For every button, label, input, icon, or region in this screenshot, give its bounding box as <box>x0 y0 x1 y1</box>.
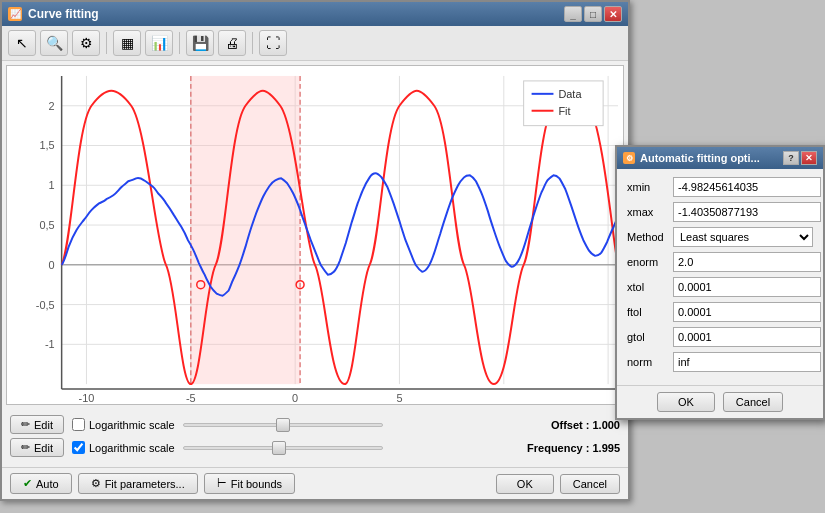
svg-text:-10: -10 <box>79 392 95 404</box>
method-label: Method <box>627 231 667 243</box>
arrow-tool[interactable]: ↖ <box>8 30 36 56</box>
print-tool[interactable]: 🖨 <box>218 30 246 56</box>
method-row: Method Least squares Robust <box>627 227 813 247</box>
svg-text:-5: -5 <box>186 392 196 404</box>
gtol-label: gtol <box>627 331 667 343</box>
gtol-input[interactable] <box>673 327 821 347</box>
main-cancel-button[interactable]: Cancel <box>560 474 620 494</box>
gtol-row: gtol <box>627 327 813 347</box>
xmin-input[interactable] <box>673 177 821 197</box>
toolbar-separator-1 <box>106 32 107 54</box>
table-tool[interactable]: ▦ <box>113 30 141 56</box>
svg-text:0: 0 <box>49 259 55 271</box>
chart-svg: 2 1,5 1 0,5 0 -0,5 -1 -10 -5 0 5 <box>7 66 623 404</box>
dialog-help-button[interactable]: ? <box>783 151 799 165</box>
xmin-row: xmin <box>627 177 813 197</box>
offset-log-scale-label[interactable]: Logarithmic scale <box>72 418 175 431</box>
offset-slider[interactable] <box>183 423 383 427</box>
edit-offset-button[interactable]: ✏ Edit <box>10 415 64 434</box>
svg-text:5: 5 <box>396 392 402 404</box>
toolbar: ↖ 🔍 ⚙ ▦ 📊 💾 🖨 ⛶ <box>2 26 628 61</box>
graph-tool[interactable]: 📊 <box>145 30 173 56</box>
enorm-label: enorm <box>627 256 667 268</box>
enorm-input[interactable] <box>673 252 821 272</box>
offset-control-row: ✏ Edit Logarithmic scale Offset : 1.000 <box>10 415 620 434</box>
dialog-close-button[interactable]: ✕ <box>801 151 817 165</box>
svg-text:1: 1 <box>49 179 55 191</box>
norm-row: norm <box>627 352 813 372</box>
svg-text:-0,5: -0,5 <box>36 299 55 311</box>
svg-text:0: 0 <box>292 392 298 404</box>
window-title: Curve fitting <box>28 7 99 21</box>
main-titlebar: 📈 Curve fitting _ □ ✕ <box>2 2 628 26</box>
svg-text:2: 2 <box>49 100 55 112</box>
xtol-input[interactable] <box>673 277 821 297</box>
xmax-label: xmax <box>627 206 667 218</box>
frequency-control-row: ✏ Edit Logarithmic scale Frequency : 1.9… <box>10 438 620 457</box>
frequency-slider[interactable] <box>183 446 383 450</box>
window-icon: 📈 <box>8 7 22 21</box>
norm-input[interactable] <box>673 352 821 372</box>
toolbar-separator-3 <box>252 32 253 54</box>
save-tool[interactable]: 💾 <box>186 30 214 56</box>
dialog-icon: ⚙ <box>623 152 635 164</box>
chart-area: 2 1,5 1 0,5 0 -0,5 -1 -10 -5 0 5 <box>6 65 624 405</box>
svg-text:Data: Data <box>558 88 582 100</box>
ftol-label: ftol <box>627 306 667 318</box>
method-select[interactable]: Least squares Robust <box>673 227 813 247</box>
auto-button[interactable]: ✔ Auto <box>10 473 72 494</box>
svg-rect-17 <box>191 76 300 384</box>
svg-text:1,5: 1,5 <box>40 140 55 152</box>
svg-text:-1: -1 <box>45 338 55 350</box>
xmin-label: xmin <box>627 181 667 193</box>
main-ok-button[interactable]: OK <box>496 474 554 494</box>
ftol-row: ftol <box>627 302 813 322</box>
offset-log-scale-checkbox[interactable] <box>72 418 85 431</box>
xtol-row: xtol <box>627 277 813 297</box>
fit-parameters-button[interactable]: ⚙ Fit parameters... <box>78 473 198 494</box>
minimize-button[interactable]: _ <box>564 6 582 22</box>
frequency-log-scale-label[interactable]: Logarithmic scale <box>72 441 175 454</box>
dialog-content: xmin xmax Method Least squares Robust en… <box>617 169 823 385</box>
dialog-cancel-button[interactable]: Cancel <box>723 392 783 412</box>
frequency-value-label: Frequency : 1.995 <box>527 442 620 454</box>
offset-value-label: Offset : 1.000 <box>551 419 620 431</box>
controls-area: ✏ Edit Logarithmic scale Offset : 1.000 … <box>2 409 628 467</box>
svg-text:0,5: 0,5 <box>40 219 55 231</box>
svg-text:Fit: Fit <box>558 105 570 117</box>
xmax-row: xmax <box>627 202 813 222</box>
close-button[interactable]: ✕ <box>604 6 622 22</box>
edit-frequency-button[interactable]: ✏ Edit <box>10 438 64 457</box>
dialog-title: Automatic fitting opti... <box>640 152 760 164</box>
fit-bounds-button[interactable]: ⊢ Fit bounds <box>204 473 295 494</box>
xmax-input[interactable] <box>673 202 821 222</box>
maximize-button[interactable]: □ <box>584 6 602 22</box>
enorm-row: enorm <box>627 252 813 272</box>
dialog-ok-button[interactable]: OK <box>657 392 715 412</box>
toolbar-separator-2 <box>179 32 180 54</box>
main-window: 📈 Curve fitting _ □ ✕ ↖ 🔍 ⚙ ▦ 📊 💾 🖨 ⛶ <box>0 0 630 501</box>
settings-tool[interactable]: ⚙ <box>72 30 100 56</box>
xtol-label: xtol <box>627 281 667 293</box>
ftol-input[interactable] <box>673 302 821 322</box>
dialog-titlebar: ⚙ Automatic fitting opti... ? ✕ <box>617 147 823 169</box>
norm-label: norm <box>627 356 667 368</box>
zoom-tool[interactable]: 🔍 <box>40 30 68 56</box>
frequency-log-scale-checkbox[interactable] <box>72 441 85 454</box>
dialog-footer: OK Cancel <box>617 385 823 418</box>
bottom-bar: ✔ Auto ⚙ Fit parameters... ⊢ Fit bounds … <box>2 467 628 499</box>
expand-tool[interactable]: ⛶ <box>259 30 287 56</box>
fitting-options-dialog: ⚙ Automatic fitting opti... ? ✕ xmin xma… <box>615 145 825 420</box>
